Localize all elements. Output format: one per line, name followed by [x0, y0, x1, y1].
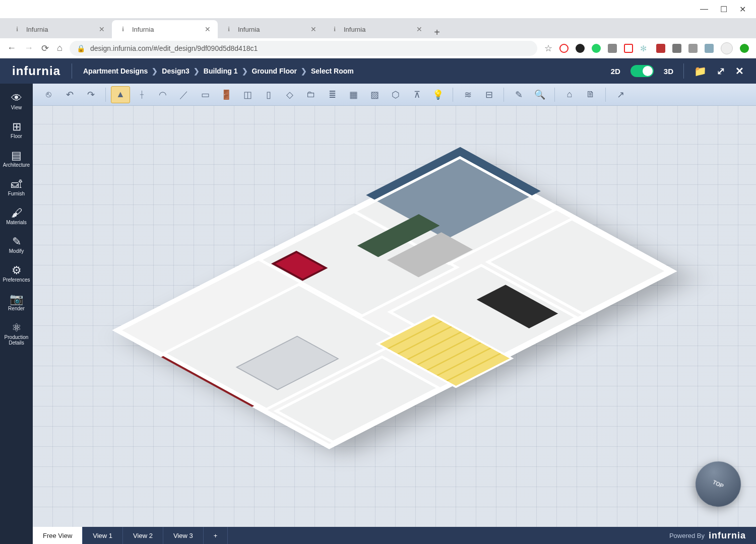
tool-pencil[interactable]: ✎ [509, 86, 528, 103]
sidebar-item-production-details[interactable]: ⚛ Production Details [0, 317, 33, 350]
tool-door[interactable]: 🚪 [217, 86, 236, 103]
window-maximize[interactable]: ☐ [720, 5, 727, 14]
ext-whatsapp-icon[interactable] [592, 44, 601, 53]
header-divider [683, 63, 684, 79]
new-tab-button[interactable]: + [429, 27, 445, 38]
breadcrumb-item[interactable]: Ground Floor [252, 67, 297, 75]
tool-layers[interactable]: ≋ [458, 86, 477, 103]
browser-tab[interactable]: i Infurnia ✕ [218, 20, 324, 38]
breadcrumb-item[interactable]: Building 1 [204, 67, 238, 75]
close-design-icon[interactable]: ✕ [735, 65, 744, 77]
ext-g-icon[interactable] [672, 44, 681, 53]
tab-favicon: i [119, 25, 127, 33]
sidebar-item-furnish[interactable]: 🛋 Furnish [0, 174, 33, 200]
tool-arc[interactable]: ◠ [153, 86, 172, 103]
tool-ruler[interactable]: ⟊ [132, 86, 151, 103]
ext-grey-icon[interactable] [608, 44, 617, 53]
breadcrumb-item[interactable]: Design3 [162, 67, 189, 75]
browser-tab[interactable]: i Infurnia ✕ [324, 20, 429, 38]
nav-forward-icon[interactable]: → [24, 43, 33, 54]
orientation-compass[interactable]: TOP [688, 454, 748, 514]
tool-redo[interactable]: ↷ [81, 86, 100, 103]
sidebar-item-preferences[interactable]: ⚙ Preferences [0, 260, 33, 287]
ext-snow-icon[interactable]: ✻ [640, 44, 649, 53]
view-3d-label[interactable]: 3D [664, 67, 673, 76]
ext-red-box-icon[interactable] [624, 44, 633, 53]
export-icon: 🗎 [586, 89, 595, 100]
add-view-button[interactable]: + [204, 527, 228, 544]
breadcrumb-item[interactable]: Select Room [311, 67, 354, 75]
window-minimize[interactable]: — [700, 5, 708, 14]
sidebar-item-render[interactable]: 📷 Render [0, 289, 33, 315]
sidebar-item-label: View [1, 105, 32, 110]
fullscreen-icon[interactable]: ⤢ [717, 65, 725, 77]
nav-reload-icon[interactable]: ⟳ [41, 43, 49, 54]
breadcrumb-item[interactable]: Apartment Designs [83, 67, 148, 75]
tool-cursor[interactable]: ▲ [111, 86, 130, 103]
profile-avatar-icon[interactable] [721, 42, 733, 54]
sidebar-item-modify[interactable]: ✎ Modify [0, 231, 33, 258]
2d-3d-toggle[interactable] [631, 65, 654, 77]
tool-grid[interactable]: ▦ [344, 86, 363, 103]
tool-bulb[interactable]: 💡 [428, 86, 448, 103]
tool-light-fixture[interactable]: ⊼ [407, 86, 426, 103]
tool-stairs[interactable]: ≣ [323, 86, 342, 103]
tool-branch[interactable]: ⎋ [39, 86, 58, 103]
tool-hatch[interactable]: ▨ [365, 86, 384, 103]
column-icon: ▯ [266, 89, 271, 100]
browser-tab[interactable]: i Infurnia ✕ [112, 20, 218, 38]
tool-export[interactable]: 🗎 [581, 86, 600, 103]
view-2d-label[interactable]: 2D [611, 67, 620, 76]
view-tab[interactable]: Free View [33, 527, 83, 544]
ext-green-icon[interactable] [740, 44, 749, 53]
app-logo[interactable]: infurnia [12, 64, 60, 78]
ext-opera-icon[interactable] [559, 44, 569, 53]
sidebar-item-label: Modify [1, 248, 32, 254]
tab-close-icon[interactable]: ✕ [205, 25, 211, 33]
tool-column[interactable]: ▯ [259, 86, 278, 103]
sidebar-item-label: Preferences [1, 277, 32, 283]
view-tab[interactable]: View 3 [163, 527, 204, 544]
ext-mail-icon[interactable] [705, 44, 714, 53]
floor-plan-3d[interactable] [112, 152, 677, 449]
sidebar-item-architecture[interactable]: ▤ Architecture [0, 145, 33, 172]
browser-tabstrip: i Infurnia ✕i Infurnia ✕i Infurnia ✕i In… [0, 18, 756, 38]
tool-share[interactable]: ↗ [611, 86, 630, 103]
bookmark-star-icon[interactable]: ☆ [544, 43, 552, 54]
sidebar-item-floor[interactable]: ⊞ Floor [0, 116, 33, 143]
tool-folder[interactable]: 🗀 [301, 86, 321, 103]
sidebar-item-materials[interactable]: 🖌 Materials [0, 202, 33, 229]
browser-tab[interactable]: i Infurnia ✕ [6, 20, 112, 38]
tab-close-icon[interactable]: ✕ [416, 25, 422, 33]
redo-icon: ↷ [87, 89, 95, 100]
toolbar-separator [105, 88, 106, 102]
tab-close-icon[interactable]: ✕ [99, 25, 105, 33]
modify-icon: ✎ [1, 235, 32, 248]
ext-pdf-icon[interactable] [656, 44, 665, 53]
tool-window[interactable]: ◫ [238, 86, 257, 103]
floor-icon: ⊞ [1, 120, 32, 133]
nav-home-icon[interactable]: ⌂ [57, 43, 62, 54]
tool-house[interactable]: ⌂ [560, 86, 579, 103]
ext-dark-icon[interactable] [576, 44, 585, 53]
tool-undo[interactable]: ↶ [60, 86, 79, 103]
ext-drive-icon[interactable] [688, 44, 698, 53]
tool-line[interactable]: ／ [174, 86, 194, 103]
tool-align[interactable]: ⊟ [479, 86, 498, 103]
tool-magnify[interactable]: 🔍 [530, 86, 549, 103]
tool-slab[interactable]: ◇ [280, 86, 299, 103]
view-tab[interactable]: View 2 [123, 527, 163, 544]
nav-back-icon[interactable]: ← [7, 43, 16, 54]
folder-icon[interactable]: 📁 [694, 65, 707, 77]
design-canvas[interactable]: TOP [33, 106, 756, 527]
url-field[interactable]: 🔒 design.infurnia.com/#/edit_design/9df0… [70, 41, 537, 56]
sidebar-item-view[interactable]: 👁 View [0, 88, 33, 114]
tab-close-icon[interactable]: ✕ [310, 25, 317, 33]
chevron-right-icon: ❯ [194, 67, 200, 75]
sidebar-item-label: Production Details [1, 334, 32, 346]
tool-rect[interactable]: ▭ [196, 86, 215, 103]
tool-roof[interactable]: ⬡ [386, 86, 405, 103]
window-close[interactable]: ✕ [739, 5, 746, 14]
view-tab[interactable]: View 1 [83, 527, 123, 544]
header-divider [72, 63, 72, 79]
